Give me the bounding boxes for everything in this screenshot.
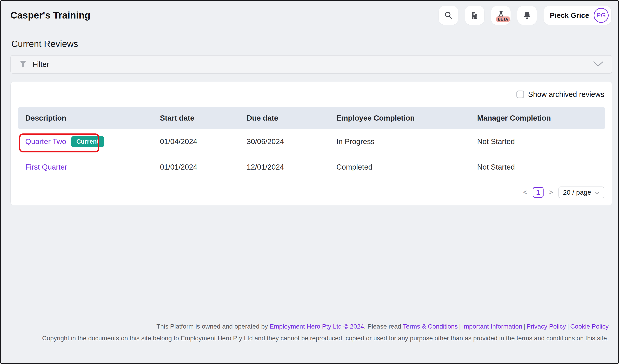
current-badge: Current	[71, 136, 104, 147]
page-title: Casper's Training	[10, 10, 90, 21]
previous-page-button[interactable]: <	[522, 188, 528, 196]
top-bar-actions: BETA Pieck Grice PG	[439, 6, 611, 25]
filter-funnel-icon	[19, 60, 27, 69]
page-size-label: 20 / page	[563, 189, 591, 196]
important-information-link[interactable]: Important Information	[462, 323, 522, 330]
avatar: PG	[594, 8, 609, 23]
start-date-cell: 01/04/2024	[160, 137, 247, 146]
company-building-icon	[470, 11, 479, 20]
footer-separator: |	[522, 323, 527, 330]
page-size-select[interactable]: 20 / page	[559, 187, 604, 198]
beta-features-button[interactable]: BETA	[491, 6, 511, 25]
column-header-manager-completion: Manager Completion	[477, 114, 605, 122]
company-button[interactable]	[465, 6, 484, 25]
review-link[interactable]: First Quarter	[25, 163, 67, 171]
top-bar: Casper's Training	[10, 1, 611, 30]
reviews-table: Description Start date Due date Employee…	[18, 107, 605, 180]
employee-completion-cell: In Progress	[336, 137, 477, 146]
cookie-policy-link[interactable]: Cookie Policy	[570, 323, 609, 330]
table-header-row: Description Start date Due date Employee…	[18, 107, 605, 129]
user-name: Pieck Grice	[550, 11, 589, 20]
show-archived-row: Show archived reviews	[516, 90, 604, 99]
due-date-cell: 30/06/2024	[247, 137, 336, 146]
terms-link[interactable]: Terms & Conditions	[403, 323, 458, 330]
table-row: First Quarter 01/01/2024 12/01/2024 Comp…	[18, 154, 605, 180]
company-link[interactable]: Employment Hero Pty Ltd © 2024	[270, 323, 364, 330]
privacy-policy-link[interactable]: Privacy Policy	[527, 323, 566, 330]
footer-text: . Please read	[364, 323, 403, 330]
app-window: Casper's Training	[0, 0, 619, 364]
chevron-down-icon	[593, 61, 604, 68]
column-header-employee-completion: Employee Completion	[336, 114, 477, 122]
column-header-start-date: Start date	[160, 114, 247, 122]
footer-line-2: Copyright in the documents on this site …	[1, 334, 609, 342]
page-number-button[interactable]: 1	[533, 187, 544, 198]
filter-bar[interactable]: Filter	[10, 55, 612, 74]
column-header-due-date: Due date	[247, 114, 336, 122]
search-icon	[444, 11, 453, 20]
manager-completion-cell: Not Started	[477, 163, 605, 171]
footer-separator: |	[566, 323, 570, 330]
section-title: Current Reviews	[11, 39, 78, 49]
manager-completion-cell: Not Started	[477, 137, 605, 146]
employee-completion-cell: Completed	[336, 163, 477, 171]
due-date-cell: 12/01/2024	[247, 163, 336, 171]
reviews-card: Show archived reviews Description Start …	[10, 82, 612, 205]
chevron-down-icon	[595, 189, 600, 196]
footer-line-1: This Platform is owned and operated by E…	[1, 323, 609, 331]
table-row: Quarter Two Current 01/04/2024 30/06/202…	[18, 129, 605, 154]
pagination: < 1 > 20 / page	[522, 187, 604, 198]
start-date-cell: 01/01/2024	[160, 163, 247, 171]
next-page-button[interactable]: >	[548, 188, 554, 196]
filter-label: Filter	[32, 60, 49, 69]
site-footer: This Platform is owned and operated by E…	[1, 323, 609, 346]
notifications-button[interactable]	[517, 6, 537, 25]
column-header-description: Description	[25, 114, 160, 122]
description-cell: Quarter Two Current	[25, 136, 160, 147]
user-menu[interactable]: Pieck Grice PG	[544, 6, 611, 25]
description-cell: First Quarter	[25, 163, 160, 171]
show-archived-checkbox[interactable]	[516, 91, 524, 98]
notifications-bell-icon	[522, 11, 532, 20]
show-archived-label: Show archived reviews	[528, 90, 604, 99]
footer-separator: |	[458, 323, 462, 330]
footer-text: This Platform is owned and operated by	[156, 323, 269, 330]
review-link[interactable]: Quarter Two	[25, 137, 66, 146]
search-button[interactable]	[439, 6, 458, 25]
beta-badge: BETA	[496, 16, 510, 22]
